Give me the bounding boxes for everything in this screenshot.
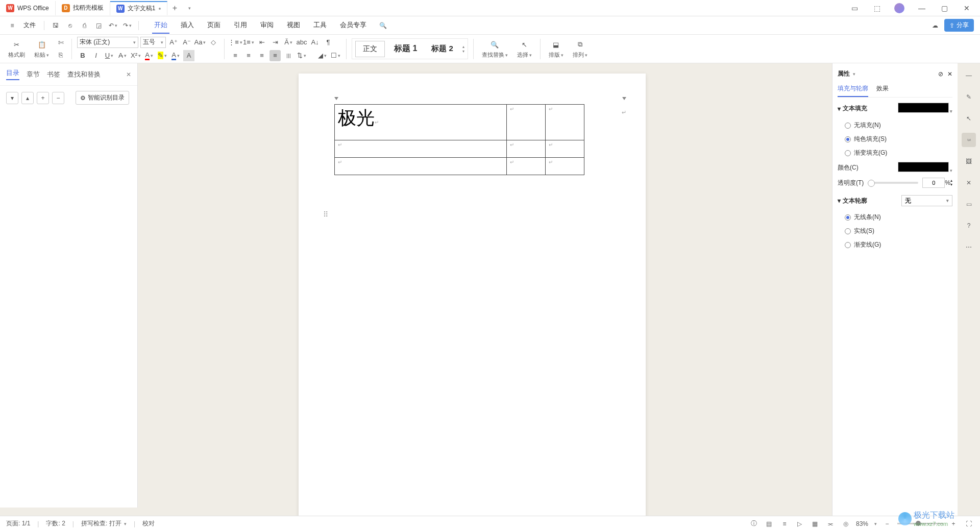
change-case-icon[interactable]: Aa▾ (194, 37, 206, 48)
distribute-button[interactable]: ⫼ (283, 50, 294, 61)
font-size-select[interactable]: 五号▾ (140, 37, 166, 48)
collapse-panel-icon[interactable]: — (962, 68, 976, 83)
document-table[interactable]: 极光↵ ↵ ↵ ↵ ↵ ↵ ↵ ↵ ↵ (334, 104, 584, 175)
table-handle-icon[interactable]: ⠿ (323, 210, 328, 219)
copy-icon[interactable]: ⎘ (55, 50, 66, 61)
tab-home[interactable]: 开始 (152, 17, 169, 34)
redo-icon[interactable]: ↷▾ (121, 19, 133, 32)
format-brush-group[interactable]: ✂ 格式刷 (5, 39, 28, 59)
smart-toc-button[interactable]: ⚙ 智能识别目录 (76, 91, 129, 105)
avatar-button[interactable] (890, 1, 909, 15)
outline-select[interactable]: 无▾ (901, 195, 952, 206)
table-cell[interactable]: ↵ (545, 158, 584, 175)
settings-tool-icon[interactable]: ⎃ (962, 133, 976, 147)
numbering-button[interactable]: 1≡▾ (243, 37, 254, 48)
opacity-input[interactable] (922, 178, 945, 188)
nav-tab-bookmark[interactable]: 书签 (47, 70, 60, 79)
nav-close-button[interactable]: ✕ (126, 71, 131, 78)
document-area[interactable]: ↵ 极光↵ ↵ ↵ ↵ ↵ ↵ ↵ ↵ ↵ ⠿ (138, 63, 806, 516)
italic-button[interactable]: I (90, 50, 102, 61)
line-spacing-button[interactable]: ⇅▾ (296, 50, 307, 61)
status-words[interactable]: 字数: 2 (46, 519, 65, 528)
highlight-button[interactable]: ✎▾ (157, 50, 168, 61)
indent-increase-icon[interactable]: ⇥ (270, 37, 281, 48)
select-group[interactable]: ↖ 选择▾ (514, 39, 535, 59)
shrink-font-icon[interactable]: A⁻ (181, 37, 192, 48)
table-cell[interactable]: 极光↵ (335, 105, 507, 140)
table-cell[interactable]: ↵ (506, 105, 545, 140)
table-cell[interactable]: ↵ (545, 140, 584, 158)
panel-icon[interactable]: ▭ (845, 1, 864, 15)
link2-icon[interactable]: ⫘ (825, 519, 836, 529)
search-icon[interactable]: 🔍 (377, 19, 389, 32)
tab-reference[interactable]: 引用 (232, 17, 249, 34)
zoom-value[interactable]: 83% (856, 520, 868, 527)
shading-button[interactable]: A▾ (170, 50, 181, 61)
tab-wps-office[interactable]: W WPS Office (0, 1, 56, 15)
strikethrough-icon[interactable]: abc (296, 37, 307, 48)
cube-icon[interactable]: ⬚ (868, 1, 886, 15)
arrange-group[interactable]: ⧉ 排列▾ (570, 39, 591, 59)
font-color-button[interactable]: A▾ (143, 50, 155, 61)
sort-icon[interactable]: A↓ (309, 37, 321, 48)
radio-gradient-fill[interactable]: 渐变填充(G) (838, 146, 952, 160)
find-replace-group[interactable]: 🔍 查找替换▾ (479, 39, 511, 59)
undo-icon[interactable]: ↶▾ (107, 19, 119, 32)
link-icon[interactable]: ⎋ (64, 19, 76, 32)
superscript-button[interactable]: X²▾ (130, 50, 141, 61)
text-effects-icon[interactable]: Ă▾ (283, 37, 294, 48)
close-icon[interactable]: ✕ (947, 70, 952, 78)
target-icon[interactable]: ◎ (841, 519, 851, 529)
nav-tab-chapter[interactable]: 章节 (27, 70, 40, 79)
book-tool-icon[interactable]: ▭ (962, 197, 976, 211)
fill-preview[interactable]: ▾ (898, 103, 952, 114)
tab-insert[interactable]: 插入 (179, 17, 196, 34)
show-marks-icon[interactable]: ¶ (323, 37, 334, 48)
align-left-button[interactable]: ≡ (230, 50, 241, 61)
chevron-down-icon[interactable]: ▾ (838, 197, 841, 204)
minimize-button[interactable]: — (913, 1, 931, 15)
up-icon[interactable]: ▴ (21, 92, 34, 104)
view3-icon[interactable]: ▦ (810, 519, 820, 529)
cloud-icon[interactable]: ☁ (929, 19, 941, 32)
table-cell[interactable]: ↵ (506, 158, 545, 175)
cut-icon[interactable]: ✄ (55, 37, 66, 49)
save-icon[interactable]: 🖫 (50, 19, 62, 32)
align-center-button[interactable]: ≡ (243, 50, 254, 61)
tab-member[interactable]: 会员专享 (338, 17, 369, 34)
paste-group[interactable]: 📋 粘贴▾ (31, 39, 52, 59)
table-cell[interactable]: ↵ (506, 140, 545, 158)
fullscreen-icon[interactable]: ⛶ (964, 519, 974, 529)
tab-document[interactable]: W 文字文稿1 • (110, 1, 168, 15)
new-tab-button[interactable]: + (167, 4, 182, 13)
help-icon[interactable]: ? (962, 219, 976, 233)
prop-tab-fill[interactable]: 填充与轮廓 (838, 84, 868, 97)
radio-gradient-line[interactable]: 渐变线(G) (838, 238, 952, 252)
table-cell[interactable]: ↵ (335, 158, 507, 175)
file-menu[interactable]: 文件 (20, 19, 39, 32)
nav-tab-toc[interactable]: 目录 (6, 68, 19, 80)
close-button[interactable]: ✕ (958, 1, 976, 15)
indent-decrease-icon[interactable]: ⇤ (256, 37, 267, 48)
play-icon[interactable]: ▷ (795, 519, 805, 529)
pen-icon[interactable]: ✎ (962, 90, 976, 104)
char-shading-button[interactable]: A (183, 50, 194, 61)
ruler-tool-icon[interactable]: ✕ (962, 176, 976, 190)
strike-button[interactable]: A̶▾ (117, 50, 128, 61)
newtab-dropdown[interactable]: ▾ (182, 6, 196, 11)
collapse-icon[interactable]: ▾ (6, 92, 18, 104)
info-icon[interactable]: ⓘ (749, 519, 759, 529)
radio-no-line[interactable]: 无线条(N) (838, 210, 952, 224)
maximize-button[interactable]: ▢ (935, 1, 953, 15)
radio-solid-fill[interactable]: 纯色填充(S) (838, 132, 952, 146)
table-cell[interactable]: ↵ (335, 140, 507, 158)
status-page[interactable]: 页面: 1/1 (6, 519, 30, 528)
nav-tab-search[interactable]: 查找和替换 (67, 70, 101, 79)
style-normal[interactable]: 正文 (355, 41, 385, 57)
share-button[interactable]: ⇪ 分享 (944, 19, 974, 32)
radio-no-fill[interactable]: 无填充(N) (838, 118, 952, 132)
print-icon[interactable]: ⎙ (78, 19, 90, 32)
spinner-icon[interactable]: ▴▾ (950, 179, 952, 187)
align-right-button[interactable]: ≡ (256, 50, 267, 61)
tab-template[interactable]: D 找稻壳模板 (56, 1, 110, 15)
